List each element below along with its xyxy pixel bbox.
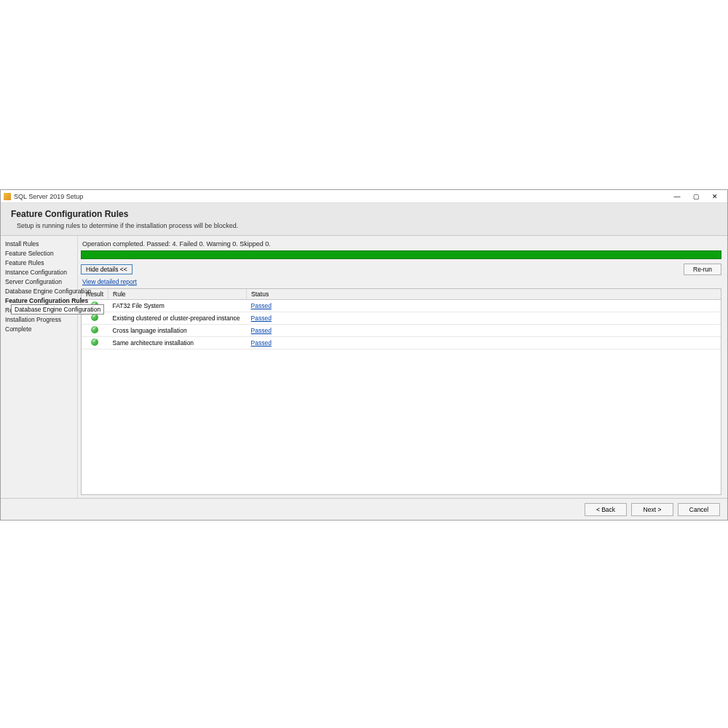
table-row[interactable]: Cross language installation Passed: [82, 325, 721, 337]
rule-cell: Same architecture installation: [108, 337, 247, 349]
table-row[interactable]: Same architecture installation Passed: [82, 337, 721, 349]
sidebar-item-db-engine-config[interactable]: Database Engine Configuration: [5, 286, 76, 296]
sidebar: Install Rules Feature Selection Feature …: [1, 236, 77, 498]
app-icon: [4, 193, 11, 200]
back-button[interactable]: < Back: [585, 503, 627, 516]
status-link[interactable]: Passed: [251, 327, 272, 334]
close-button[interactable]: ✕: [705, 191, 724, 202]
progress-bar: [81, 250, 721, 259]
minimize-button[interactable]: —: [668, 191, 687, 202]
maximize-button[interactable]: ▢: [687, 191, 705, 202]
passed-icon: [91, 314, 98, 321]
setup-window: SQL Server 2019 Setup — ▢ ✕ Feature Conf…: [0, 189, 728, 521]
view-report-link[interactable]: View detailed report: [81, 277, 721, 288]
page-subtitle: Setup is running rules to determine if t…: [11, 222, 720, 229]
sidebar-item-instance-config[interactable]: Instance Configuration: [5, 267, 76, 277]
footer: < Back Next > Cancel: [1, 498, 727, 520]
sidebar-item-complete[interactable]: Complete: [5, 324, 76, 333]
details-row: Hide details << Re-run: [81, 264, 721, 275]
rule-cell: Cross language installation: [108, 325, 247, 337]
page-title: Feature Configuration Rules: [11, 209, 720, 219]
sidebar-item-feature-rules[interactable]: Feature Rules: [5, 258, 76, 267]
col-rule[interactable]: Rule: [108, 289, 247, 300]
operation-status: Operation completed. Passed: 4. Failed 0…: [81, 239, 721, 250]
sidebar-item-server-config[interactable]: Server Configuration: [5, 277, 76, 286]
passed-icon: [91, 326, 98, 333]
main-panel: Operation completed. Passed: 4. Failed 0…: [77, 236, 727, 498]
page-header: Feature Configuration Rules Setup is run…: [1, 203, 727, 236]
rules-table: Result Rule Status FAT32 File System Pas…: [82, 289, 721, 349]
titlebar: SQL Server 2019 Setup — ▢ ✕: [1, 190, 727, 203]
status-link[interactable]: Passed: [251, 314, 272, 322]
table-row[interactable]: FAT32 File System Passed: [82, 300, 721, 312]
status-link[interactable]: Passed: [251, 339, 272, 347]
status-link[interactable]: Passed: [251, 302, 272, 309]
rule-cell: Existing clustered or cluster-prepared i…: [108, 312, 247, 325]
col-status[interactable]: Status: [247, 289, 721, 300]
passed-icon: [91, 339, 98, 346]
body: Install Rules Feature Selection Feature …: [1, 236, 727, 498]
rerun-button[interactable]: Re-run: [684, 264, 721, 275]
window-controls: — ▢ ✕: [668, 191, 724, 202]
rules-table-wrap: Result Rule Status FAT32 File System Pas…: [81, 288, 721, 495]
window-title: SQL Server 2019 Setup: [14, 193, 668, 200]
next-button[interactable]: Next >: [631, 503, 673, 516]
sidebar-item-install-rules[interactable]: Install Rules: [5, 239, 76, 248]
cancel-button[interactable]: Cancel: [678, 503, 720, 516]
sidebar-item-feature-selection[interactable]: Feature Selection: [5, 248, 76, 258]
sidebar-item-install-progress[interactable]: Installation Progress: [5, 314, 76, 324]
table-row[interactable]: Existing clustered or cluster-prepared i…: [82, 312, 721, 325]
rule-cell: FAT32 File System: [108, 300, 247, 312]
hide-details-button[interactable]: Hide details <<: [81, 264, 132, 274]
sidebar-tooltip: Database Engine Configuration: [11, 304, 104, 314]
